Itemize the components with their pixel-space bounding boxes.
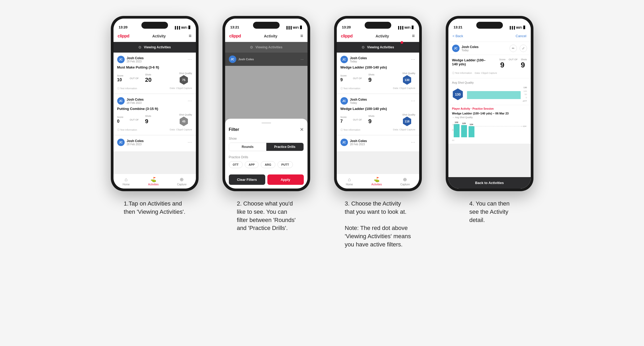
card-title-1-1: Must Make Putting (3-6 ft) (117, 65, 192, 69)
filter-header: Filter ✕ (229, 127, 304, 133)
detail-icons-4: ✏ ⤢ (510, 45, 527, 52)
shots-stat-3-1: Shots 9 (368, 73, 374, 83)
cancel-button-4[interactable]: Cancel (516, 34, 526, 38)
more-options-3-2[interactable]: ··· (411, 99, 415, 103)
nav-activities-3[interactable]: ⛳ Activities (371, 177, 382, 186)
card-footer-3-1: ⓘ Test Information Data: Clippd Capture (340, 87, 415, 90)
pill-ott[interactable]: OTT (229, 161, 243, 168)
nav-capture-label-3: Capture (400, 183, 410, 186)
nav-home-1[interactable]: ⌂ Home (123, 177, 130, 186)
quality-stat-3-2: Shot Quality 118 (402, 113, 415, 126)
app-title-3: Activity (376, 34, 389, 38)
card-stats-1-1: Score 10 OUT OF Shots 20 Shot Quality 75 (117, 72, 192, 85)
pill-app[interactable]: APP (245, 161, 259, 168)
activities-icon-3: ⛳ (374, 177, 380, 182)
phone-4: 13:21 ▐▐▐ WiFi ▊ < Back Cancel (446, 16, 533, 191)
detail-header-4: < Back Cancel (448, 30, 531, 42)
battery-icon-4: ▊ (523, 26, 525, 29)
quality-hexagon-1-1: 75 (179, 75, 188, 85)
menu-icon-2[interactable]: ≡ (300, 33, 303, 39)
user-date-4: Today (462, 49, 479, 52)
battery-icon-3: ▊ (412, 26, 414, 29)
nav-activities-1[interactable]: ⛳ Activities (148, 177, 158, 186)
viewing-banner-1[interactable]: ⚙ Viewing Activities (113, 42, 196, 53)
activity-card-1-1[interactable]: JC Josh Coles 28 Feb 2023 ··· Must Make … (113, 53, 196, 93)
avatar-3-2: JC (340, 97, 348, 105)
shots-stat-3-2: Shots 9 (368, 115, 374, 125)
nav-home-3[interactable]: ⌂ Home (346, 177, 353, 186)
card-3-3-user: JC Josh Coles 28 Feb 2023 (340, 139, 367, 146)
app-title-1: Activity (152, 34, 166, 38)
practice-title-4: Wedge Ladder (100–140 yds) – 06 Mar 23 (452, 112, 527, 115)
bar-chart-4: 132 129 124 (452, 120, 527, 142)
expand-icon-4[interactable]: ⤢ (520, 45, 527, 52)
score-stat-3-2: Score 7 (340, 116, 347, 124)
score-col-4: Score 9 (499, 58, 506, 69)
user-date-1-2: 28 Feb 2023 (127, 101, 144, 104)
card-1-3-header: JC Josh Coles 28 Feb 2023 ··· (117, 139, 192, 146)
more-options-1-2[interactable]: ··· (188, 99, 192, 103)
activities-icon-1: ⛳ (150, 177, 156, 182)
apply-button[interactable]: Apply (267, 174, 304, 185)
phone-1-notch (141, 22, 168, 29)
avg-title-4: Avg Shot Quality (452, 81, 527, 84)
session-info-4: Player Activity · Practice Session Wedge… (448, 105, 531, 144)
pill-putt[interactable]: PUTT (277, 161, 293, 168)
user-date-3-2: Today (350, 101, 367, 104)
activity-card-1-3[interactable]: JC Josh Coles 28 Feb 2023 ··· (113, 135, 196, 151)
menu-icon-1[interactable]: ≡ (189, 33, 192, 39)
card-footer-1-1: ⓘ Test Information Data: Clippd Capture (117, 87, 192, 90)
card-behind-2: JC Josh Coles ··· (225, 53, 308, 66)
phone-1-column: 13:20 ▐▐▐ WiFi ▊ clippd Activity ≡ ⚙ Vie… (107, 16, 203, 216)
phone-2-status-icons: ▐▐▐ WiFi ▊ (285, 26, 302, 29)
viewing-banner-3[interactable]: ⚙ Viewing Activities (337, 42, 419, 53)
nav-capture-label-1: Capture (177, 183, 187, 186)
avatar-3-3: JC (340, 139, 348, 146)
phone-1-time: 13:20 (119, 25, 128, 29)
wifi-icon-3: WiFi (404, 26, 410, 29)
nav-capture-1[interactable]: ⊕ Capture (177, 177, 187, 186)
rounds-toggle-button[interactable]: Rounds (229, 143, 266, 151)
activity-card-3-3[interactable]: JC Josh Coles 28 Feb 2023 ··· (337, 135, 419, 151)
shots-col-4: Shots 9 (521, 58, 527, 69)
phone-1-inner: 13:20 ▐▐▐ WiFi ▊ clippd Activity ≡ ⚙ Vie… (113, 19, 196, 189)
phone-4-inner: 13:21 ▐▐▐ WiFi ▊ < Back Cancel (448, 19, 531, 189)
phone-4-column: 13:21 ▐▐▐ WiFi ▊ < Back Cancel (442, 16, 537, 224)
nav-home-label-3: Home (346, 183, 353, 186)
more-options-3-3[interactable]: ··· (411, 140, 415, 145)
card-1-2-header: JC Josh Coles 28 Feb 2023 ··· (117, 97, 192, 105)
practice-drills-toggle-button[interactable]: Practice Drills (266, 143, 304, 151)
card-title-1-2: Putting Combine (3-15 ft) (117, 107, 192, 111)
phone-2-inner: 13:21 ▐▐▐ WiFi ▊ clippd Activity ≡ ⚙ Vie… (225, 19, 308, 189)
phone-3: 13:20 ▐▐▐ WiFi ▊ clippd Activity ≡ ⚙ Vie… (334, 16, 422, 191)
avg-hexagon-4: 130 (452, 88, 464, 100)
user-info-3-2: Josh Coles Today (350, 98, 367, 104)
more-options-1-1[interactable]: ··· (188, 57, 192, 62)
close-filter-button[interactable]: ✕ (300, 127, 304, 133)
activity-card-3-1[interactable]: JC Josh Coles Today ··· Wedge Ladder (10… (337, 53, 419, 93)
edit-icon-4[interactable]: ✏ (510, 45, 517, 52)
more-options-1-3[interactable]: ··· (188, 140, 192, 145)
quality-hexagon-3-1: 130 (402, 75, 412, 85)
nav-capture-3[interactable]: ⊕ Capture (400, 177, 410, 186)
detail-score-card-4: Wedge Ladder (100–140 yds) Score 9 OUT O… (448, 55, 531, 78)
activity-card-3-2[interactable]: JC Josh Coles Today ··· Wedge Ladder (10… (337, 94, 419, 135)
user-info-3-3: Josh Coles 28 Feb 2023 (350, 139, 367, 146)
back-button-4[interactable]: < Back (453, 34, 463, 38)
back-to-activities-button-4[interactable]: Back to Activities (448, 177, 531, 189)
clear-filters-button[interactable]: Clear Filters (229, 174, 265, 185)
nav-home-label-1: Home (123, 183, 130, 186)
card-stats-3-2: Score 7 OUT OF Shots 9 Shot Quality 118 (340, 113, 415, 126)
home-icon-3: ⌂ (348, 177, 351, 182)
menu-icon-3[interactable]: ≡ (412, 33, 415, 39)
signal-icon-3: ▐▐▐ (397, 26, 403, 29)
user-date-3-3: 28 Feb 2023 (350, 143, 367, 146)
pill-arg[interactable]: ARG (261, 161, 275, 168)
detail-user-left-4: JC Josh Coles Today (452, 45, 479, 52)
user-date-1-1: 28 Feb 2023 (127, 60, 144, 63)
activity-card-1-2[interactable]: JC Josh Coles 28 Feb 2023 ··· Putting Co… (113, 94, 196, 135)
phone-1-app-header: clippd Activity ≡ (113, 30, 196, 42)
more-options-3-1[interactable]: ··· (411, 57, 415, 62)
pill-group: OTT APP ARG PUTT (229, 161, 304, 168)
quality-stat-3-1: Shot Quality 130 (402, 72, 415, 85)
